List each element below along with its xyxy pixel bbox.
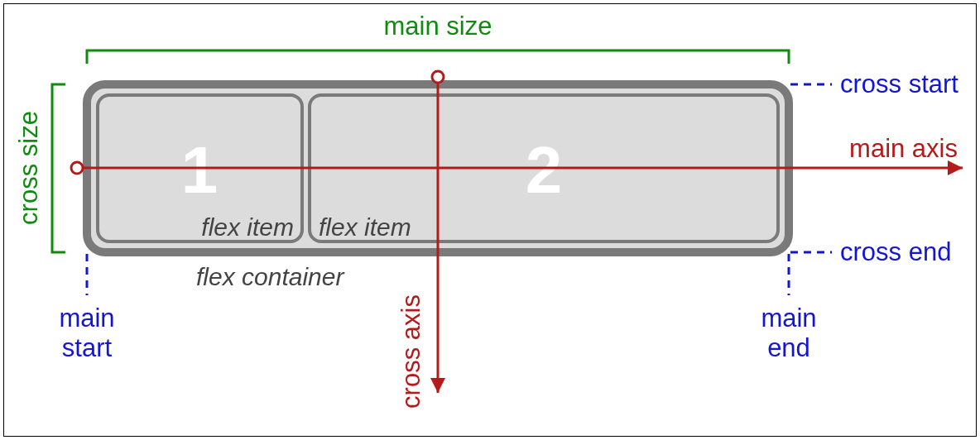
diagram-frame: main size cross size 1 2 flex item flex … (3, 3, 977, 437)
flex-item-label-2: flex item (319, 213, 411, 241)
main-start-label-1: main (59, 304, 114, 332)
cross-size-bracket: cross size (14, 84, 65, 252)
svg-marker-5 (430, 378, 445, 393)
svg-point-3 (71, 162, 83, 174)
main-end-label-2: end (767, 333, 810, 362)
main-size-bracket: main size (87, 12, 789, 64)
flex-container-label: flex container (196, 263, 344, 290)
cross-axis-label: cross axis (396, 294, 425, 409)
cross-end-marker: cross end (790, 237, 951, 266)
cross-size-label: cross size (14, 111, 43, 225)
main-end-marker: main end (761, 254, 816, 362)
main-axis-label: main axis (849, 134, 958, 163)
main-start-marker: main start (59, 254, 114, 362)
cross-start-marker: cross start (790, 69, 958, 98)
cross-end-label: cross end (840, 237, 951, 266)
item2-number: 2 (526, 133, 563, 207)
flexbox-diagram: main size cross size 1 2 flex item flex … (4, 4, 976, 436)
cross-start-label: cross start (840, 69, 958, 98)
svg-point-6 (432, 71, 444, 83)
flex-item-label-1: flex item (201, 213, 294, 241)
item1-number: 1 (181, 133, 219, 207)
main-size-label: main size (384, 12, 492, 41)
main-end-label-1: main (761, 304, 816, 332)
main-start-label-2: start (62, 333, 113, 362)
